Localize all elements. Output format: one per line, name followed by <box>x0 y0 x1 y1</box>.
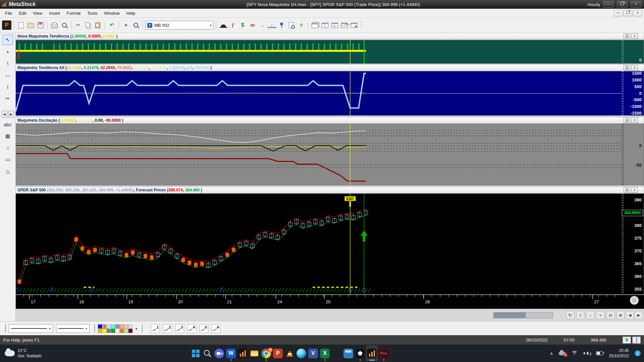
toolbar-grip[interactable] <box>140 324 143 333</box>
search-taskbar-button[interactable] <box>202 345 213 361</box>
minimize-button[interactable]: — <box>603 1 614 8</box>
menu-edit[interactable]: Edit <box>16 10 29 17</box>
explorer-button[interactable]: oo <box>248 21 257 30</box>
cut-button[interactable]: ✂ <box>74 21 83 30</box>
open-button[interactable] <box>26 21 35 30</box>
delete-tool[interactable]: ✂ <box>2 94 13 104</box>
wifi-icon[interactable] <box>571 351 578 356</box>
explorer-taskbar-button[interactable] <box>249 345 260 361</box>
window-options-button[interactable] <box>350 21 359 30</box>
print-button[interactable] <box>50 21 59 30</box>
price-axis[interactable]: 390380375370365360355384.9994 <box>622 194 644 294</box>
weather-widget[interactable]: 21°C Ger. Nublado <box>5 345 42 362</box>
panel-close-button[interactable]: × <box>631 65 638 70</box>
chat-taskbar-button[interactable] <box>213 345 225 361</box>
pro-taskbar-button[interactable]: Pro <box>378 345 389 361</box>
panel-restore-button[interactable]: ❏ <box>624 65 630 70</box>
tile-horizontal-button[interactable] <box>330 21 339 30</box>
indicator-builder-button[interactable]: ƒ <box>228 21 237 30</box>
child-close-button[interactable]: × <box>633 10 642 16</box>
chess-taskbar-button[interactable]: ♚ <box>354 345 366 361</box>
tile-vertical-button[interactable] <box>320 21 329 30</box>
notification-count-badge[interactable]: 1 <box>635 350 641 356</box>
save-button[interactable] <box>36 21 45 30</box>
edge-taskbar-button[interactable] <box>296 345 307 361</box>
menu-window[interactable]: Window <box>101 10 122 17</box>
color-swatch-2[interactable] <box>107 324 111 328</box>
taskbar-clock[interactable]: 20:45 25/10/2022 <box>609 348 629 359</box>
context-help-button[interactable]: ? <box>297 21 306 30</box>
custom-chart-button-5[interactable]: 5 <box>199 324 208 333</box>
power-console-button[interactable]: P <box>2 20 11 30</box>
powerpoint-taskbar-button[interactable]: P <box>272 345 284 361</box>
palette-dropdown[interactable]: ▾ <box>136 327 137 330</box>
tray-chevron-icon[interactable]: ∧ <box>550 351 553 356</box>
panel-header-spdr-sp500[interactable]: SPDR S&P 500 (383.550, 385.250, 383.520,… <box>15 187 644 193</box>
panel-close-button[interactable]: × <box>631 34 638 39</box>
color-swatch-11[interactable] <box>111 329 115 333</box>
color-swatch-9[interactable] <box>102 329 106 333</box>
chrome2-taskbar-button[interactable] <box>331 345 342 361</box>
trendline-tool[interactable]: \ <box>2 58 13 68</box>
paste-button[interactable] <box>93 21 102 30</box>
chart-wizard-button[interactable] <box>287 21 296 30</box>
zoom-in-button[interactable]: ⊕ <box>616 311 625 319</box>
tile-grid-button[interactable] <box>340 21 349 30</box>
go-button[interactable]: → <box>258 21 267 30</box>
vertical-line-tool[interactable]: I <box>2 82 13 92</box>
calculator-taskbar-button[interactable] <box>342 345 354 361</box>
panel-restore-button[interactable]: ❏ <box>624 34 630 39</box>
scroll-page-right-button[interactable]: ▶ <box>635 311 643 319</box>
panel-restore-button[interactable]: ❏ <box>624 187 630 193</box>
time-axis[interactable]: ☺ 171819202124252627 <box>15 295 644 306</box>
copy-button[interactable] <box>84 21 93 30</box>
volume-icon[interactable] <box>584 351 590 356</box>
color-swatch-14[interactable] <box>124 329 128 333</box>
color-swatch-3[interactable] <box>111 324 115 328</box>
panel-header-maquineta-oscilacao[interactable]: Maquineta Oscilação (-4.00000, 17.6529, … <box>15 117 644 124</box>
horizontal-scrollbar[interactable] <box>493 312 553 318</box>
child-minimize-button[interactable]: — <box>614 10 623 16</box>
custom-chart-button-6[interactable]: 6 <box>211 324 220 333</box>
panel-close-button[interactable]: × <box>631 118 638 123</box>
chrome-taskbar-button[interactable]: N <box>260 345 272 361</box>
word-taskbar-button[interactable]: W <box>225 345 237 361</box>
color-swatch-6[interactable] <box>124 324 128 328</box>
crosshair-tool[interactable]: + <box>2 47 13 57</box>
plugin-button[interactable] <box>277 21 286 30</box>
triangle-tool[interactable]: △ <box>2 166 13 176</box>
color-swatch-1[interactable] <box>102 324 106 328</box>
panel-header-nova-maquineta-tendencia[interactable]: Nova Maquineta Tendência (1.00000, 0.000… <box>15 33 644 40</box>
downloader-button[interactable]: ↓ <box>267 22 276 28</box>
color-swatch-12[interactable] <box>115 329 119 333</box>
dollar-status-button[interactable]: $ <box>623 337 631 344</box>
custom-chart-button-2[interactable]: 2 <box>163 324 172 333</box>
color-swatch-7[interactable] <box>128 324 132 328</box>
line-weight-combo[interactable]: ▾ <box>56 324 90 333</box>
color-swatch-8[interactable] <box>98 329 102 333</box>
zoom-button[interactable] <box>131 21 140 30</box>
color-swatch-0[interactable] <box>98 324 102 328</box>
onedrive-error-icon[interactable] <box>559 352 566 355</box>
zoom-out-button[interactable]: ⊖ <box>606 311 614 319</box>
panel-header-maquineta-tendencia-alt[interactable]: Maquineta Tendência Alt (28.1529, 0.2147… <box>15 64 644 71</box>
undo-button[interactable]: ↶ <box>107 21 116 30</box>
panel-close-button[interactable]: × <box>631 187 638 193</box>
ellipse-tool[interactable]: ○ <box>2 143 13 153</box>
toolbar-grip[interactable] <box>93 324 95 333</box>
custom-chart-button-1[interactable]: 1 <box>151 324 160 333</box>
excel-taskbar-button[interactable]: X <box>319 345 331 361</box>
color-swatch-15[interactable] <box>128 329 132 333</box>
panel-3-plot[interactable] <box>16 124 622 185</box>
text-tool[interactable]: abc <box>2 119 13 129</box>
panel-3-axis[interactable]: 0-50 <box>622 124 644 185</box>
menu-tools[interactable]: Tools <box>84 10 100 17</box>
monitor-status-button[interactable] <box>632 337 641 344</box>
scroll-left-button[interactable]: ◀ <box>2 111 7 118</box>
pointer-tool[interactable]: ↖ <box>2 35 13 45</box>
restore-button[interactable] <box>617 1 628 8</box>
print-preview-button[interactable] <box>60 21 69 30</box>
metastock-taskbar-button[interactable] <box>237 345 249 361</box>
color-swatch-10[interactable] <box>107 329 111 333</box>
crosshair-button[interactable]: ⌖ <box>121 21 130 30</box>
